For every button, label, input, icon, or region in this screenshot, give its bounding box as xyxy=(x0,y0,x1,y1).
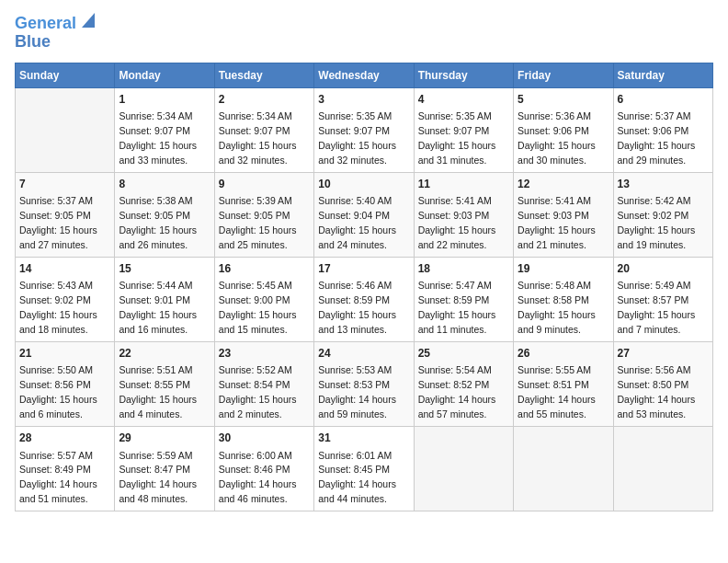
calendar-cell: 23Sunrise: 5:52 AM Sunset: 8:54 PM Dayli… xyxy=(214,342,313,427)
calendar-cell: 14Sunrise: 5:43 AM Sunset: 9:02 PM Dayli… xyxy=(16,257,115,341)
calendar-cell xyxy=(613,427,712,511)
calendar-cell xyxy=(16,87,115,172)
calendar-cell: 13Sunrise: 5:42 AM Sunset: 9:02 PM Dayli… xyxy=(613,172,712,257)
day-info: Sunrise: 6:00 AM Sunset: 8:46 PM Dayligh… xyxy=(219,450,297,505)
calendar-week-row: 14Sunrise: 5:43 AM Sunset: 9:02 PM Dayli… xyxy=(16,257,713,341)
svg-marker-0 xyxy=(82,13,95,28)
day-info: Sunrise: 5:37 AM Sunset: 9:06 PM Dayligh… xyxy=(618,110,696,166)
calendar-cell: 27Sunrise: 5:56 AM Sunset: 8:50 PM Dayli… xyxy=(613,342,712,427)
day-info: Sunrise: 5:44 AM Sunset: 9:01 PM Dayligh… xyxy=(119,280,197,335)
day-info: Sunrise: 5:38 AM Sunset: 9:05 PM Dayligh… xyxy=(119,195,197,250)
logo: General Blue xyxy=(15,15,95,52)
day-number: 3 xyxy=(318,92,409,108)
day-info: Sunrise: 5:41 AM Sunset: 9:03 PM Dayligh… xyxy=(418,195,496,250)
day-info: Sunrise: 6:01 AM Sunset: 8:45 PM Dayligh… xyxy=(318,450,396,505)
day-number: 23 xyxy=(219,346,310,362)
day-info: Sunrise: 5:35 AM Sunset: 9:07 PM Dayligh… xyxy=(418,110,496,166)
day-info: Sunrise: 5:36 AM Sunset: 9:06 PM Dayligh… xyxy=(518,110,596,166)
day-number: 25 xyxy=(418,346,509,362)
day-info: Sunrise: 5:56 AM Sunset: 8:50 PM Dayligh… xyxy=(618,364,696,419)
calendar-week-row: 7Sunrise: 5:37 AM Sunset: 9:05 PM Daylig… xyxy=(16,172,713,257)
day-number: 20 xyxy=(618,261,709,277)
calendar-cell: 18Sunrise: 5:47 AM Sunset: 8:59 PM Dayli… xyxy=(414,257,513,341)
calendar-cell: 25Sunrise: 5:54 AM Sunset: 8:52 PM Dayli… xyxy=(414,342,513,427)
day-info: Sunrise: 5:42 AM Sunset: 9:02 PM Dayligh… xyxy=(618,195,696,250)
calendar-cell: 9Sunrise: 5:39 AM Sunset: 9:05 PM Daylig… xyxy=(214,172,313,257)
calendar-cell: 17Sunrise: 5:46 AM Sunset: 8:59 PM Dayli… xyxy=(314,257,414,341)
day-info: Sunrise: 5:35 AM Sunset: 9:07 PM Dayligh… xyxy=(318,110,396,166)
day-info: Sunrise: 5:48 AM Sunset: 8:58 PM Dayligh… xyxy=(518,280,596,335)
day-number: 24 xyxy=(318,346,409,362)
calendar-cell: 19Sunrise: 5:48 AM Sunset: 8:58 PM Dayli… xyxy=(514,257,613,341)
weekday-header-monday: Monday xyxy=(115,63,214,87)
day-info: Sunrise: 5:59 AM Sunset: 8:47 PM Dayligh… xyxy=(119,450,197,505)
calendar-cell: 4Sunrise: 5:35 AM Sunset: 9:07 PM Daylig… xyxy=(414,87,513,172)
calendar-cell: 8Sunrise: 5:38 AM Sunset: 9:05 PM Daylig… xyxy=(115,172,214,257)
calendar-cell: 20Sunrise: 5:49 AM Sunset: 8:57 PM Dayli… xyxy=(613,257,712,341)
calendar-week-row: 21Sunrise: 5:50 AM Sunset: 8:56 PM Dayli… xyxy=(16,342,713,427)
day-number: 14 xyxy=(19,261,110,277)
day-number: 31 xyxy=(318,431,409,446)
day-info: Sunrise: 5:57 AM Sunset: 8:49 PM Dayligh… xyxy=(19,450,97,505)
page-header: General Blue xyxy=(15,15,713,52)
calendar-week-row: 28Sunrise: 5:57 AM Sunset: 8:49 PM Dayli… xyxy=(16,427,713,511)
calendar-cell: 21Sunrise: 5:50 AM Sunset: 8:56 PM Dayli… xyxy=(16,342,115,427)
calendar-cell: 11Sunrise: 5:41 AM Sunset: 9:03 PM Dayli… xyxy=(414,172,513,257)
calendar-cell: 16Sunrise: 5:45 AM Sunset: 9:00 PM Dayli… xyxy=(214,257,313,341)
logo-text-blue: Blue xyxy=(15,33,51,52)
day-info: Sunrise: 5:39 AM Sunset: 9:05 PM Dayligh… xyxy=(219,195,297,250)
logo-triangle-icon xyxy=(78,13,95,29)
calendar-cell xyxy=(514,427,613,511)
calendar-cell: 31Sunrise: 6:01 AM Sunset: 8:45 PM Dayli… xyxy=(314,427,414,511)
calendar-cell: 7Sunrise: 5:37 AM Sunset: 9:05 PM Daylig… xyxy=(16,172,115,257)
day-number: 18 xyxy=(418,261,509,277)
day-number: 19 xyxy=(518,261,609,277)
calendar-cell: 29Sunrise: 5:59 AM Sunset: 8:47 PM Dayli… xyxy=(115,427,214,511)
calendar-cell: 15Sunrise: 5:44 AM Sunset: 9:01 PM Dayli… xyxy=(115,257,214,341)
day-info: Sunrise: 5:40 AM Sunset: 9:04 PM Dayligh… xyxy=(318,195,396,250)
day-number: 6 xyxy=(618,92,709,108)
weekday-header-thursday: Thursday xyxy=(414,63,513,87)
day-number: 27 xyxy=(618,346,709,362)
weekday-header-friday: Friday xyxy=(514,63,613,87)
weekday-header-tuesday: Tuesday xyxy=(214,63,313,87)
weekday-header-saturday: Saturday xyxy=(613,63,712,87)
calendar-cell: 1Sunrise: 5:34 AM Sunset: 9:07 PM Daylig… xyxy=(115,87,214,172)
day-info: Sunrise: 5:37 AM Sunset: 9:05 PM Dayligh… xyxy=(19,195,97,250)
day-info: Sunrise: 5:50 AM Sunset: 8:56 PM Dayligh… xyxy=(19,364,97,419)
day-number: 28 xyxy=(19,431,110,446)
day-number: 4 xyxy=(418,92,509,108)
day-info: Sunrise: 5:53 AM Sunset: 8:53 PM Dayligh… xyxy=(318,364,396,419)
day-number: 13 xyxy=(618,177,709,192)
day-number: 22 xyxy=(119,346,210,362)
day-info: Sunrise: 5:51 AM Sunset: 8:55 PM Dayligh… xyxy=(119,364,197,419)
day-number: 16 xyxy=(219,261,310,277)
day-number: 21 xyxy=(19,346,110,362)
day-number: 9 xyxy=(219,177,310,192)
calendar-cell: 24Sunrise: 5:53 AM Sunset: 8:53 PM Dayli… xyxy=(314,342,414,427)
day-number: 11 xyxy=(418,177,509,192)
day-info: Sunrise: 5:54 AM Sunset: 8:52 PM Dayligh… xyxy=(418,364,496,419)
day-info: Sunrise: 5:46 AM Sunset: 8:59 PM Dayligh… xyxy=(318,280,396,335)
calendar-cell: 28Sunrise: 5:57 AM Sunset: 8:49 PM Dayli… xyxy=(16,427,115,511)
day-number: 8 xyxy=(119,177,210,192)
calendar-cell: 26Sunrise: 5:55 AM Sunset: 8:51 PM Dayli… xyxy=(514,342,613,427)
calendar-cell: 22Sunrise: 5:51 AM Sunset: 8:55 PM Dayli… xyxy=(115,342,214,427)
day-number: 2 xyxy=(219,92,310,108)
day-info: Sunrise: 5:45 AM Sunset: 9:00 PM Dayligh… xyxy=(219,280,297,335)
day-info: Sunrise: 5:43 AM Sunset: 9:02 PM Dayligh… xyxy=(19,280,97,335)
day-info: Sunrise: 5:34 AM Sunset: 9:07 PM Dayligh… xyxy=(219,110,297,166)
day-info: Sunrise: 5:52 AM Sunset: 8:54 PM Dayligh… xyxy=(219,364,297,419)
day-number: 15 xyxy=(119,261,210,277)
day-info: Sunrise: 5:34 AM Sunset: 9:07 PM Dayligh… xyxy=(119,110,197,166)
day-info: Sunrise: 5:41 AM Sunset: 9:03 PM Dayligh… xyxy=(518,195,596,250)
calendar-cell: 5Sunrise: 5:36 AM Sunset: 9:06 PM Daylig… xyxy=(514,87,613,172)
day-number: 12 xyxy=(518,177,609,192)
weekday-header-wednesday: Wednesday xyxy=(314,63,414,87)
day-info: Sunrise: 5:47 AM Sunset: 8:59 PM Dayligh… xyxy=(418,280,496,335)
day-number: 10 xyxy=(318,177,409,192)
day-number: 5 xyxy=(518,92,609,108)
calendar-week-row: 1Sunrise: 5:34 AM Sunset: 9:07 PM Daylig… xyxy=(16,87,713,172)
calendar-cell xyxy=(414,427,513,511)
logo-text-general: General xyxy=(15,15,76,33)
